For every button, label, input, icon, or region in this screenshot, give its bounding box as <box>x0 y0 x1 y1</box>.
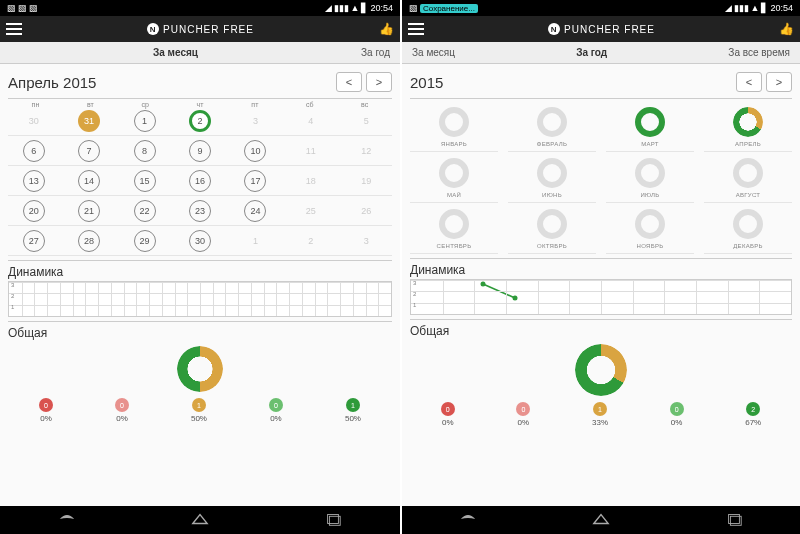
dow-label: пн <box>8 101 63 108</box>
month-cell[interactable]: ФЕВРАЛЬ <box>508 107 596 152</box>
calendar-day[interactable]: 7 <box>78 140 100 162</box>
calendar-day[interactable]: 25 <box>300 200 322 222</box>
month-cell[interactable]: ОКТЯБРЬ <box>508 209 596 254</box>
tabs: За месяц За год <box>0 42 400 64</box>
calendar-day[interactable]: 2 <box>189 110 211 132</box>
legend-pct: 0% <box>40 414 52 423</box>
calendar-day[interactable]: 13 <box>23 170 45 192</box>
home-icon[interactable] <box>581 512 621 529</box>
legend-item: 150% <box>191 398 207 423</box>
month-cell[interactable]: ИЮНЬ <box>508 158 596 203</box>
svg-point-2 <box>481 282 486 287</box>
tab-year[interactable]: За год <box>351 42 400 63</box>
month-cell[interactable]: ЯНВАРЬ <box>410 107 498 152</box>
period-title: Апрель 2015 <box>8 74 96 91</box>
dow-label: ср <box>118 101 173 108</box>
calendar-day[interactable]: 9 <box>189 140 211 162</box>
like-button[interactable]: 👍 <box>379 22 394 36</box>
month-ring <box>439 209 469 239</box>
calendar-day[interactable]: 16 <box>189 170 211 192</box>
legend-dot: 0 <box>115 398 129 412</box>
calendar-day[interactable]: 8 <box>134 140 156 162</box>
summary-donut <box>575 344 627 396</box>
month-cell[interactable]: СЕНТЯБРЬ <box>410 209 498 254</box>
calendar-day[interactable]: 19 <box>355 170 377 192</box>
like-button[interactable]: 👍 <box>779 22 794 36</box>
summary-right: 00%00%133%00%267% <box>410 340 792 502</box>
tab-year[interactable]: За год <box>566 42 617 63</box>
calendar-day[interactable]: 14 <box>78 170 100 192</box>
calendar-day[interactable]: 10 <box>244 140 266 162</box>
calendar-day[interactable]: 24 <box>244 200 266 222</box>
menu-icon[interactable] <box>408 23 424 35</box>
content-area: Апрель 2015 < > пнвтсрчтптсбвс 303112345… <box>0 64 400 506</box>
calendar-day[interactable]: 22 <box>134 200 156 222</box>
dow-label: чт <box>173 101 228 108</box>
calendar-day[interactable]: 4 <box>300 110 322 132</box>
tab-month[interactable]: За месяц <box>143 42 208 63</box>
calendar-day[interactable]: 29 <box>134 230 156 252</box>
month-cell[interactable]: АПРЕЛЬ <box>704 107 792 152</box>
menu-icon[interactable] <box>6 23 22 35</box>
calendar-day[interactable]: 20 <box>23 200 45 222</box>
next-button[interactable]: > <box>366 72 392 92</box>
calendar-day[interactable]: 28 <box>78 230 100 252</box>
summary-title: Общая <box>410 319 792 340</box>
legend-item: 00% <box>39 398 53 423</box>
calendar-day[interactable]: 6 <box>23 140 45 162</box>
month-cell[interactable]: АВГУСТ <box>704 158 792 203</box>
tab-month[interactable]: За месяц <box>402 42 465 63</box>
legend-pct: 50% <box>345 414 361 423</box>
month-label: ДЕКАБРЬ <box>733 243 763 249</box>
dynamics-chart-right: 321 <box>410 279 792 315</box>
month-cell[interactable]: ДЕКАБРЬ <box>704 209 792 254</box>
calendar-day[interactable]: 3 <box>355 230 377 252</box>
month-cell[interactable]: НОЯБРЬ <box>606 209 694 254</box>
calendar-day[interactable]: 26 <box>355 200 377 222</box>
calendar-day[interactable]: 5 <box>355 110 377 132</box>
legend-dot: 2 <box>746 402 760 416</box>
app-logo-icon: N <box>548 23 560 35</box>
year-grid: ЯНВАРЬФЕВРАЛЬМАРТАПРЕЛЬМАЙИЮНЬИЮЛЬАВГУСТ… <box>410 98 792 254</box>
prev-button[interactable]: < <box>736 72 762 92</box>
recent-icon[interactable] <box>714 512 754 529</box>
tab-all[interactable]: За все время <box>718 42 800 63</box>
month-cell[interactable]: МАРТ <box>606 107 694 152</box>
calendar-day[interactable]: 27 <box>23 230 45 252</box>
legend-item: 00% <box>441 402 455 427</box>
dynamics-chart-left: 321 <box>8 281 392 317</box>
home-icon[interactable] <box>180 512 220 529</box>
month-label: АПРЕЛЬ <box>735 141 761 147</box>
legend-pct: 0% <box>442 418 454 427</box>
back-icon[interactable] <box>47 512 87 529</box>
dow-label: пт <box>227 101 282 108</box>
legend-pct: 0% <box>270 414 282 423</box>
calendar-day[interactable]: 30 <box>189 230 211 252</box>
legend-item: 00% <box>115 398 129 423</box>
calendar-day[interactable]: 23 <box>189 200 211 222</box>
month-cell[interactable]: МАЙ <box>410 158 498 203</box>
calendar-day[interactable]: 21 <box>78 200 100 222</box>
calendar-day[interactable]: 15 <box>134 170 156 192</box>
calendar-day[interactable]: 31 <box>78 110 100 132</box>
calendar-day[interactable]: 12 <box>355 140 377 162</box>
calendar-day[interactable]: 30 <box>23 110 45 132</box>
prev-button[interactable]: < <box>336 72 362 92</box>
calendar-day[interactable]: 18 <box>300 170 322 192</box>
month-cell[interactable]: ИЮЛЬ <box>606 158 694 203</box>
calendar-day[interactable]: 3 <box>244 110 266 132</box>
recent-icon[interactable] <box>313 512 353 529</box>
summary-left: 00%00%150%00%150% <box>8 342 392 502</box>
back-icon[interactable] <box>448 512 488 529</box>
calendar-day[interactable]: 11 <box>300 140 322 162</box>
legend-pct: 67% <box>745 418 761 427</box>
calendar-day[interactable]: 1 <box>134 110 156 132</box>
calendar-day[interactable]: 17 <box>244 170 266 192</box>
legend-pct: 50% <box>191 414 207 423</box>
month-label: ИЮНЬ <box>542 192 562 198</box>
next-button[interactable]: > <box>766 72 792 92</box>
calendar-day[interactable]: 1 <box>244 230 266 252</box>
summary-title: Общая <box>8 321 392 342</box>
month-ring <box>733 209 763 239</box>
calendar-day[interactable]: 2 <box>300 230 322 252</box>
